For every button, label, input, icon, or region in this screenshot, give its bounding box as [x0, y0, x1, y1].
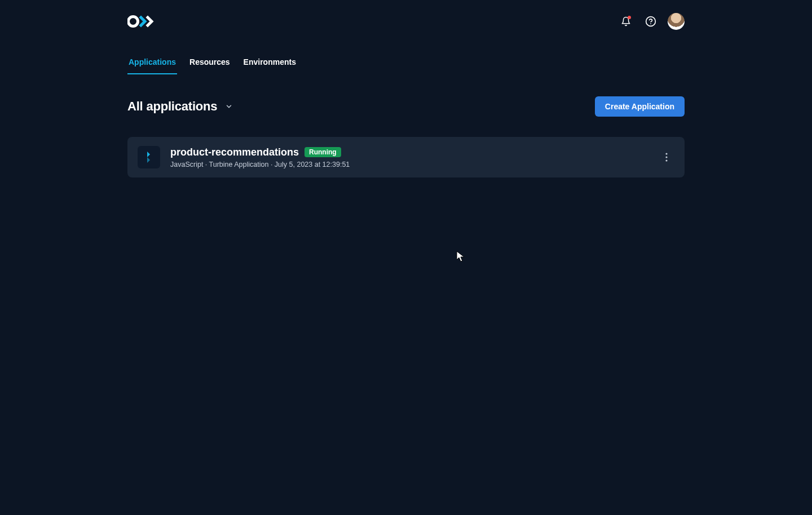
help-icon — [645, 16, 656, 27]
help-button[interactable] — [643, 14, 659, 29]
more-vertical-icon — [665, 153, 668, 162]
svg-point-0 — [129, 17, 138, 26]
application-timestamp: July 5, 2023 at 12:39:51 — [275, 161, 350, 168]
application-list: product-recommendations Running JavaScri… — [127, 137, 685, 177]
page-header: All applications Create Application — [127, 96, 685, 117]
svg-marker-4 — [147, 157, 150, 163]
application-menu-button[interactable] — [659, 149, 674, 165]
application-language: JavaScript — [170, 161, 203, 168]
avatar[interactable] — [668, 13, 685, 30]
create-application-button[interactable]: Create Application — [595, 96, 685, 117]
topbar-right — [618, 13, 685, 30]
tab-resources[interactable]: Resources — [188, 52, 231, 74]
mouse-cursor — [456, 251, 465, 263]
page-filter-dropdown[interactable]: All applications — [127, 99, 233, 114]
application-meta: JavaScript · Turbine Application · July … — [170, 161, 648, 168]
meta-separator: · — [268, 161, 274, 168]
application-card[interactable]: product-recommendations Running JavaScri… — [127, 137, 685, 177]
svg-point-6 — [665, 156, 667, 158]
svg-point-5 — [665, 153, 667, 154]
propeller-icon — [145, 152, 153, 163]
logo-icon — [127, 15, 157, 28]
svg-point-7 — [665, 159, 667, 161]
application-name: product-recommendations — [170, 146, 299, 158]
nav-tabs: Applications Resources Environments — [127, 52, 685, 75]
logo[interactable] — [127, 15, 157, 28]
page-title: All applications — [127, 99, 217, 114]
tab-applications[interactable]: Applications — [127, 52, 177, 74]
svg-marker-3 — [147, 152, 150, 157]
application-icon-tile — [138, 146, 160, 168]
application-type: Turbine Application — [209, 161, 269, 168]
tab-environments[interactable]: Environments — [242, 52, 297, 74]
notifications-button[interactable] — [618, 14, 634, 29]
notification-dot — [628, 16, 631, 19]
status-badge: Running — [304, 147, 341, 157]
application-title-row: product-recommendations Running — [170, 146, 648, 158]
meta-separator: · — [203, 161, 209, 168]
application-info: product-recommendations Running JavaScri… — [170, 146, 648, 168]
topbar — [127, 0, 685, 36]
chevron-down-icon — [225, 103, 233, 110]
